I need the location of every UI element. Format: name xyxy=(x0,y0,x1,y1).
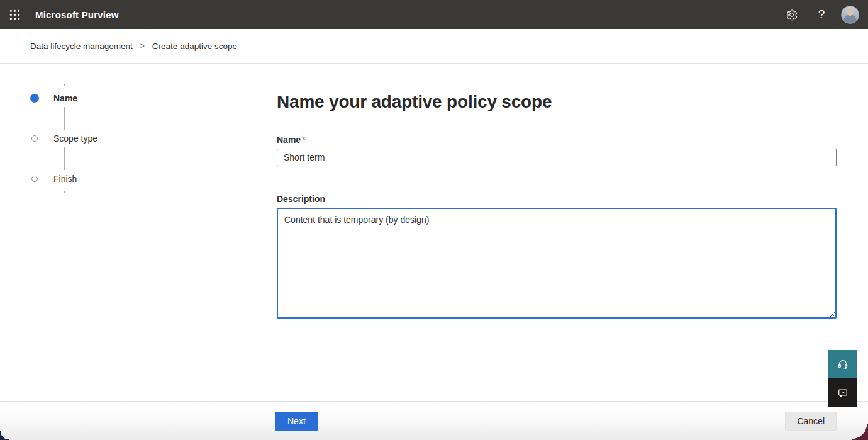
stepper-connector xyxy=(64,107,65,130)
purview-window: Microsoft Purview ? Data lifecycle manag… xyxy=(0,0,868,440)
gear-icon xyxy=(786,9,798,21)
step-finish-bullet xyxy=(30,174,39,183)
breadcrumb-separator: > xyxy=(140,42,145,50)
settings-button[interactable] xyxy=(779,2,804,27)
cancel-button[interactable]: Cancel xyxy=(785,412,837,431)
step-scope-type[interactable]: Scope type xyxy=(30,133,247,144)
help-icon: ? xyxy=(818,8,825,21)
page-title: Name your adaptive policy scope xyxy=(277,92,837,112)
app-launcher-icon xyxy=(9,9,20,20)
name-label-text: Name xyxy=(277,135,301,145)
next-button[interactable]: Next xyxy=(275,412,318,431)
name-input[interactable] xyxy=(277,149,837,166)
wizard-body: Name Scope type Finish Name your adaptiv… xyxy=(0,64,868,401)
breadcrumb-item-current: Create adaptive scope xyxy=(152,42,237,51)
wizard-page-content: Name your adaptive policy scope Name* De… xyxy=(247,64,868,401)
feedback-button[interactable] xyxy=(828,378,857,407)
breadcrumb: Data lifecycle management > Create adapt… xyxy=(0,29,868,64)
wizard-footer: Next Cancel xyxy=(0,401,868,440)
app-title: Microsoft Purview xyxy=(35,9,119,20)
floating-action-stack xyxy=(828,350,857,407)
app-launcher-button[interactable] xyxy=(0,0,29,29)
breadcrumb-item-data-lifecycle-management[interactable]: Data lifecycle management xyxy=(30,42,133,51)
description-field-label: Description xyxy=(277,194,837,204)
name-field-group: Name* xyxy=(277,135,837,166)
description-textarea[interactable]: Content that is temporary (by design) xyxy=(277,208,837,319)
stepper-end-dot xyxy=(64,191,65,193)
account-button[interactable] xyxy=(839,4,860,25)
user-avatar xyxy=(841,6,859,24)
description-field-group: Description Content that is temporary (b… xyxy=(277,194,837,321)
top-app-bar: Microsoft Purview ? xyxy=(0,0,868,29)
step-name[interactable]: Name xyxy=(30,93,247,103)
step-finish-label: Finish xyxy=(53,174,77,184)
step-name-bullet-active xyxy=(30,94,39,103)
step-finish[interactable]: Finish xyxy=(30,174,247,184)
wizard-stepper: Name Scope type Finish xyxy=(0,64,247,401)
top-actions: ? xyxy=(779,2,868,27)
support-button[interactable] xyxy=(828,350,857,378)
stepper-start-dot xyxy=(64,84,65,86)
feedback-icon xyxy=(837,386,849,399)
required-marker: * xyxy=(302,135,305,145)
step-scope-type-bullet xyxy=(30,134,39,143)
name-field-label: Name* xyxy=(277,135,837,145)
stepper-connector xyxy=(64,147,65,170)
help-button[interactable]: ? xyxy=(809,2,834,27)
headset-icon xyxy=(837,358,849,371)
step-scope-type-label: Scope type xyxy=(53,133,97,144)
step-name-label: Name xyxy=(53,93,77,103)
